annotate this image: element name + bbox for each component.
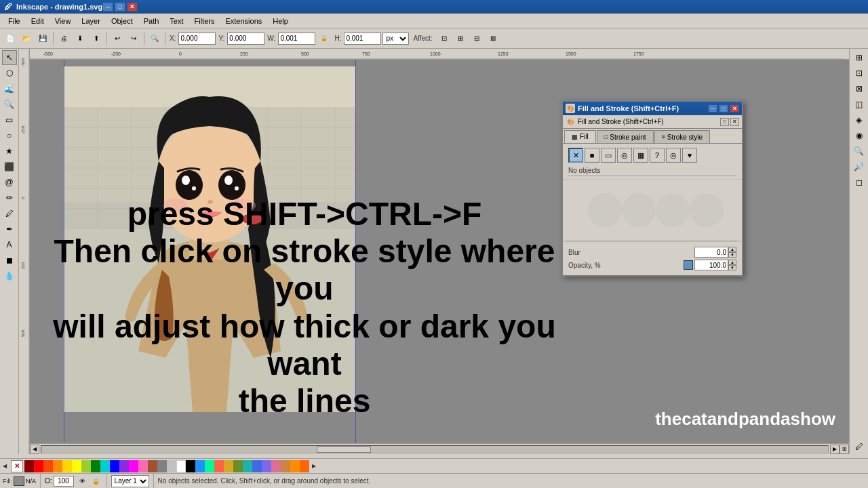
docked-close[interactable]: ✕: [730, 118, 739, 126]
zoom-tool[interactable]: 🔍: [2, 97, 17, 112]
fill-radial-btn[interactable]: ◎: [617, 148, 632, 163]
scroll-right-btn[interactable]: ▶: [830, 445, 840, 454]
swatch-gold[interactable]: [62, 460, 72, 472]
fill-heart-btn[interactable]: ♥: [682, 148, 697, 163]
swatch-red[interactable]: [34, 460, 43, 472]
opacity-down[interactable]: ▼: [728, 265, 736, 270]
layer-dropdown[interactable]: Layer 1: [111, 475, 149, 487]
snap-tool-1[interactable]: ⊞: [852, 50, 867, 65]
close-button[interactable]: ✕: [127, 2, 138, 12]
menu-extensions[interactable]: Extensions: [220, 16, 267, 26]
hscroll-thumb[interactable]: [317, 446, 371, 453]
swatch-darkorange2[interactable]: [300, 460, 309, 472]
swatch-darkorange[interactable]: [53, 460, 62, 472]
affect-btn-1[interactable]: ⊡: [437, 31, 452, 46]
swatch-blueviolet[interactable]: [119, 460, 129, 472]
import-button[interactable]: ⬇: [73, 31, 87, 46]
scroll-left-btn[interactable]: ◀: [30, 445, 39, 454]
star-tool[interactable]: ★: [2, 144, 17, 159]
swatch-mediumspringgreen[interactable]: [205, 460, 214, 472]
tweak-tool[interactable]: 🌊: [2, 81, 17, 96]
blur-input[interactable]: [694, 247, 728, 258]
fill-none-btn[interactable]: ✕: [568, 148, 583, 163]
x-input[interactable]: [178, 33, 216, 45]
fill-unset-btn[interactable]: ◎: [666, 148, 681, 163]
swatch-hotpink[interactable]: [138, 460, 148, 472]
redo-button[interactable]: ↪: [126, 31, 141, 46]
blur-down[interactable]: ▼: [728, 252, 736, 258]
swatch-tomato[interactable]: [214, 460, 224, 472]
fill-unknown-btn[interactable]: ?: [650, 148, 665, 163]
snap-tool-2[interactable]: ⊡: [852, 66, 867, 81]
minimize-button[interactable]: ─: [102, 2, 113, 12]
swatch-lightseagreen[interactable]: [243, 460, 252, 472]
h-input[interactable]: [344, 33, 381, 45]
print-button[interactable]: 🖨: [56, 31, 71, 46]
swatch-green[interactable]: [91, 460, 100, 472]
opacity-up[interactable]: ▲: [728, 260, 736, 265]
fill-linear-btn[interactable]: ▭: [601, 148, 616, 163]
swatch-orangered[interactable]: [43, 460, 53, 472]
swatch-dodgerblue[interactable]: [195, 460, 205, 472]
pencil-tool[interactable]: ✏: [2, 190, 17, 205]
docked-btn-1[interactable]: □: [720, 118, 729, 126]
menu-path[interactable]: Path: [138, 16, 165, 26]
swatch-yellow[interactable]: [72, 460, 81, 472]
fill-pattern-btn[interactable]: ▦: [633, 148, 648, 163]
palette-none[interactable]: ✕: [11, 460, 23, 472]
swatch-silver[interactable]: [167, 460, 176, 472]
spiral-tool[interactable]: @: [2, 175, 17, 190]
save-button[interactable]: 💾: [35, 31, 50, 46]
rect-tool[interactable]: ▭: [2, 113, 17, 127]
tab-stroke-style[interactable]: ≡ Stroke style: [654, 130, 711, 143]
swatch-peru[interactable]: [281, 460, 290, 472]
swatch-darkred[interactable]: [24, 460, 34, 472]
opacity-input-status[interactable]: [54, 476, 74, 487]
swatch-goldenrod[interactable]: [224, 460, 233, 472]
dropper-tool[interactable]: 💧: [2, 268, 17, 283]
open-button[interactable]: 📂: [19, 31, 34, 46]
pen-tool[interactable]: 🖊: [2, 206, 17, 221]
scroll-corner[interactable]: ⊞: [840, 445, 849, 454]
zoom-page-btn[interactable]: ◻: [852, 175, 867, 190]
fill-color-swatch[interactable]: [14, 476, 24, 486]
menu-filters[interactable]: Filters: [189, 16, 220, 26]
calligraphy-tool[interactable]: ✒: [2, 222, 17, 237]
circle-tool[interactable]: ○: [2, 128, 17, 143]
swatch-yellowgreen[interactable]: [81, 460, 91, 472]
w-input[interactable]: [278, 33, 315, 45]
blur-up[interactable]: ▲: [728, 247, 736, 252]
menu-text[interactable]: Text: [164, 16, 189, 26]
select-tool[interactable]: ↖: [2, 50, 17, 65]
maximize-button[interactable]: □: [115, 2, 125, 12]
affect-btn-2[interactable]: ⊞: [453, 31, 468, 46]
fill-flat-btn[interactable]: ■: [585, 148, 599, 163]
dialog-maximize[interactable]: □: [719, 104, 728, 113]
swatch-gray[interactable]: [157, 460, 167, 472]
palette-scroll-right[interactable]: ▶: [309, 460, 319, 472]
dialog-minimize[interactable]: ─: [708, 104, 717, 113]
gradient-tool[interactable]: ◼: [2, 253, 17, 268]
y-input[interactable]: [227, 33, 264, 45]
snap-tool-5[interactable]: ◈: [852, 113, 867, 127]
swatch-blue[interactable]: [110, 460, 119, 472]
palette-scroll-left[interactable]: ◀: [0, 460, 9, 472]
opacity-input[interactable]: [694, 260, 728, 270]
snap-tool-4[interactable]: ◫: [852, 97, 867, 112]
menu-edit[interactable]: Edit: [26, 16, 50, 26]
undo-button[interactable]: ↩: [110, 31, 125, 46]
swatch-royalblue[interactable]: [252, 460, 262, 472]
unit-select[interactable]: px mm cm in: [382, 33, 409, 45]
snap-tool-3[interactable]: ⊠: [852, 81, 867, 96]
menu-object[interactable]: Object: [106, 16, 138, 26]
eye-btn[interactable]: 👁: [77, 476, 89, 487]
menu-help[interactable]: Help: [267, 16, 294, 26]
zoom-out-btn[interactable]: 🔎: [852, 159, 867, 174]
lock-btn[interactable]: 🔒: [90, 476, 102, 487]
color-picker-right[interactable]: 🖊: [852, 439, 867, 454]
swatch-olivedrab[interactable]: [233, 460, 243, 472]
swatch-orange2[interactable]: [290, 460, 300, 472]
menu-view[interactable]: View: [50, 16, 77, 26]
swatch-magenta[interactable]: [129, 460, 138, 472]
lock-proportions-button[interactable]: 🔒: [317, 31, 332, 46]
